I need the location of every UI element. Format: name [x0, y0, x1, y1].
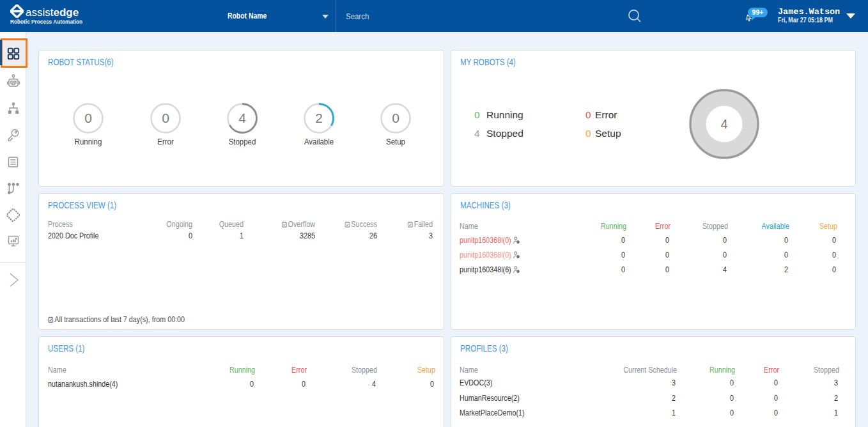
- svg-text:4: 4: [720, 117, 727, 131]
